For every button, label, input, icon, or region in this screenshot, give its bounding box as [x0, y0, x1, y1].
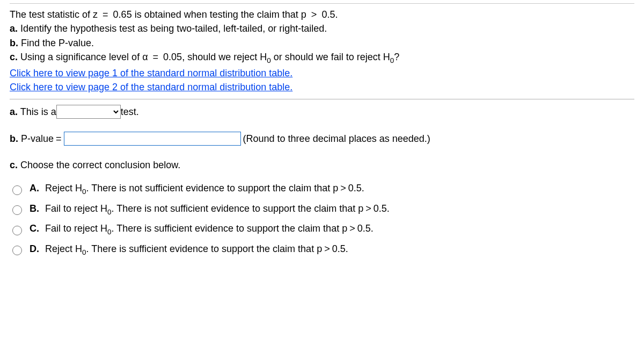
text: Find the P-value. [18, 38, 94, 48]
option-c[interactable]: C. Fail to reject H0. There is sufficien… [10, 223, 634, 236]
label-c: c. [10, 52, 18, 62]
part-b-row: b. P-value = (Round to three decimal pla… [10, 132, 634, 146]
text: . There is not sufficient evidence to su… [86, 183, 339, 193]
text: Identify the hypothesis test as being tw… [18, 23, 327, 34]
option-text: B. Fail to reject H0. There is not suffi… [30, 203, 390, 216]
option-a[interactable]: A. Reject H0. There is not sufficient ev… [10, 183, 634, 196]
text: 0.5. [332, 243, 348, 254]
label-a: a. [10, 23, 18, 34]
text: > [340, 183, 346, 193]
text: . There is sufficient evidence to suppor… [112, 223, 348, 234]
option-letter: D. [30, 243, 42, 255]
radio-d[interactable] [12, 246, 22, 255]
text: > [324, 243, 330, 254]
text: P-value [18, 133, 54, 144]
text: 0.5. [348, 183, 364, 193]
subscript: 0 [82, 188, 86, 196]
text: ? [394, 52, 399, 62]
option-text: C. Fail to reject H0. There is sufficien… [30, 223, 374, 236]
text: . There is not sufficient evidence to su… [112, 203, 364, 214]
link-row-1: Click here to view page 1 of the standar… [10, 67, 634, 80]
label-b: b. [10, 133, 18, 144]
text: 0.5. [357, 223, 374, 234]
line-3: b. Find the P-value. [10, 37, 634, 49]
top-divider [10, 3, 634, 4]
radio-a[interactable] [12, 185, 22, 195]
option-text: A. Reject H0. There is not sufficient ev… [30, 183, 364, 196]
part-a-row: a. This is a test. [10, 105, 634, 119]
equals: = [56, 133, 62, 145]
label-a: a. [10, 106, 18, 117]
line-1: The test statistic of z = 0.65 is obtain… [10, 8, 634, 21]
subscript: 0 [107, 207, 112, 215]
rounding-hint: (Round to three decimal places as needed… [243, 133, 430, 145]
text: 0.65 is obtained when testing the claim … [113, 9, 306, 20]
link-row-2: Click here to view page 2 of the standar… [10, 81, 634, 94]
option-b[interactable]: B. Fail to reject H0. There is not suffi… [10, 203, 634, 216]
part-a-prefix: a. This is a [10, 106, 56, 118]
part-c-prefix: c. Choose the correct conclusion below. [10, 160, 180, 171]
p-value-input[interactable] [64, 132, 241, 146]
subscript: 0 [82, 248, 86, 256]
text: 0.5. [374, 203, 390, 214]
text: > [365, 203, 371, 214]
text: > [349, 223, 355, 234]
label-b: b. [10, 38, 18, 48]
part-b-prefix: b. P-value [10, 133, 54, 145]
link-table-page-1[interactable]: Click here to view page 1 of the standar… [10, 68, 292, 78]
text: Fail to reject H [45, 203, 107, 214]
problem-statement: The test statistic of z = 0.65 is obtain… [10, 8, 634, 94]
text: = [153, 52, 159, 62]
text: 0.5. [321, 9, 338, 20]
text: The test statistic of z [10, 9, 98, 20]
text: = [103, 9, 108, 20]
option-d[interactable]: D. Reject H0. There is sufficient eviden… [10, 243, 634, 256]
text: 0.05, should we reject H [163, 52, 267, 62]
option-text: D. Reject H0. There is sufficient eviden… [30, 243, 348, 256]
option-letter: B. [30, 203, 42, 214]
text: > [311, 9, 317, 20]
text: Choose the correct conclusion below. [18, 160, 180, 170]
line-4: c. Using a significance level of α = 0.0… [10, 51, 634, 66]
text: This is a [18, 106, 56, 117]
subscript: 0 [107, 228, 112, 236]
option-letter: C. [30, 223, 42, 234]
text: or should we fail to reject H [274, 52, 390, 62]
question-container: The test statistic of z = 0.65 is obtain… [0, 3, 644, 352]
section-divider [10, 99, 634, 99]
text: Fail to reject H [45, 223, 107, 234]
label-c: c. [10, 160, 18, 170]
line-2: a. Identify the hypothesis test as being… [10, 22, 634, 35]
test-type-dropdown[interactable] [56, 105, 121, 119]
option-letter: A. [30, 183, 42, 194]
part-c-row: c. Choose the correct conclusion below. [10, 160, 634, 171]
radio-b[interactable] [12, 205, 22, 215]
link-table-page-2[interactable]: Click here to view page 2 of the standar… [10, 82, 292, 92]
options-group: A. Reject H0. There is not sufficient ev… [10, 183, 634, 256]
text: Using a significance level of α [18, 52, 148, 62]
text: Reject H [45, 183, 82, 193]
text: Reject H [45, 243, 82, 254]
radio-c[interactable] [12, 226, 22, 235]
part-a-suffix: test. [121, 106, 139, 118]
subscript: 0 [267, 56, 271, 64]
text: . There is sufficient evidence to suppor… [86, 243, 323, 254]
